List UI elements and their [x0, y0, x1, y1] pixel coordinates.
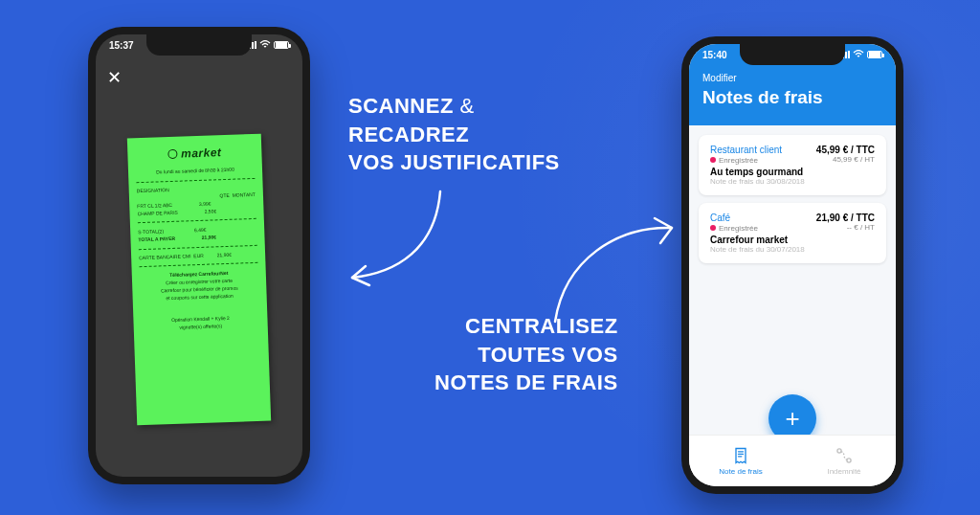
status-indicators: [246, 40, 289, 49]
wifi-icon: [259, 40, 271, 49]
phone-notch: [146, 34, 252, 56]
phone-notch: [740, 44, 845, 65]
expense-status: Enregistrée: [710, 223, 758, 233]
expense-date: Note de frais du 30/08/2018: [710, 177, 875, 186]
arrow-to-left-phone-icon: [335, 182, 469, 297]
page-title: Notes de frais: [702, 87, 882, 108]
edit-button[interactable]: Modifier: [702, 73, 882, 83]
expense-price-ttc: 21,90 € / TTC: [816, 213, 875, 223]
expense-vendor: Au temps gourmand: [710, 167, 875, 177]
tab-label: Note de frais: [719, 467, 762, 476]
scanner-screen: 15:37 ✕ market Du lundi au samedi de 8h3…: [96, 34, 302, 477]
expenses-screen: 15:40 Modifier Notes de frais Restaurant…: [689, 44, 896, 486]
expense-category: Restaurant client: [710, 145, 782, 155]
receipt-brand-name: market: [181, 146, 222, 160]
expense-card[interactable]: Café 21,90 € / TTC Enregistrée -- € / HT…: [699, 203, 886, 263]
expense-vendor: Carrefour market: [710, 235, 875, 245]
expense-price-ht: 45,99 € / HT: [833, 155, 875, 165]
phone-expenses: 15:40 Modifier Notes de frais Restaurant…: [681, 36, 903, 494]
phone-scanner: 15:37 ✕ market Du lundi au samedi de 8h3…: [88, 27, 310, 484]
expense-card[interactable]: Restaurant client 45,99 € / TTC Enregist…: [699, 135, 886, 195]
expense-date: Note de frais du 30/07/2018: [710, 245, 875, 254]
receipt-hours: Du lundi au samedi de 8h30 à 21h00: [136, 166, 255, 176]
svg-point-0: [837, 449, 841, 453]
battery-icon: [867, 51, 882, 58]
svg-point-1: [847, 459, 851, 462]
tab-bar: Note de frais Indemnité: [689, 435, 896, 486]
status-dot-icon: [710, 157, 716, 163]
status-dot-icon: [710, 225, 716, 231]
scanned-receipt: market Du lundi au samedi de 8h30 à 21h0…: [127, 134, 271, 426]
wifi-icon: [853, 50, 864, 58]
status-indicators: [839, 50, 882, 58]
expense-status: Enregistrée: [710, 155, 758, 165]
headline-word: VOS JUSTIFICATIFS: [348, 150, 560, 174]
plus-icon: +: [785, 404, 799, 434]
headline-word: TOUTES VOS: [478, 343, 617, 367]
status-time: 15:37: [109, 40, 134, 51]
headline-scan: SCANNEZ & RECADREZ VOS JUSTIFICATIFS: [348, 92, 560, 177]
battery-icon: [274, 41, 289, 49]
headline-conj: &: [459, 94, 474, 118]
headline-word: SCANNEZ: [348, 94, 454, 118]
arrow-to-right-phone-icon: [536, 207, 689, 331]
expense-price-ht: -- € / HT: [847, 223, 875, 233]
headline-word: RECADREZ: [348, 123, 469, 146]
receipt-icon: [731, 446, 750, 465]
route-icon: [835, 446, 854, 465]
receipt-payment: CARTE BANCAIRE CMI EUR 21,90€: [139, 251, 257, 261]
expense-price-ttc: 45,99 € / TTC: [816, 145, 875, 155]
expense-list[interactable]: Restaurant client 45,99 € / TTC Enregist…: [689, 125, 896, 273]
tab-indemnite[interactable]: Indemnité: [792, 436, 896, 486]
expense-category: Café: [710, 213, 730, 223]
tab-notes-de-frais[interactable]: Note de frais: [689, 436, 792, 486]
headline-word: NOTES DE FRAIS: [434, 370, 618, 394]
carrefour-logo-icon: [167, 149, 177, 159]
receipt-brand: market: [135, 144, 255, 164]
status-time: 15:40: [702, 50, 727, 60]
app-header: Modifier Notes de frais: [689, 73, 896, 125]
camera-viewport[interactable]: market Du lundi au samedi de 8h30 à 21h0…: [96, 82, 302, 477]
tab-label: Indemnité: [827, 467, 860, 476]
